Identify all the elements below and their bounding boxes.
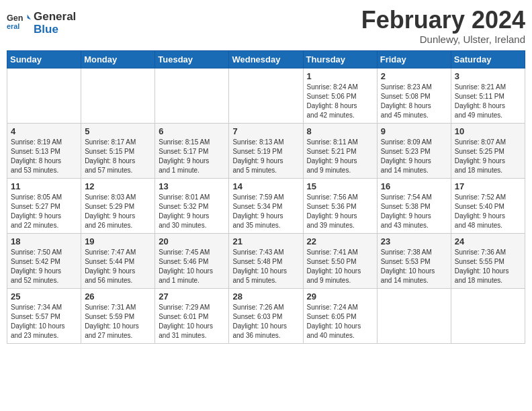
calendar-day-header: Friday	[377, 50, 451, 68]
calendar-day-header: Monday	[81, 50, 155, 68]
logo-line1: General	[34, 11, 76, 24]
calendar-cell: 18Sunrise: 7:50 AM Sunset: 5:42 PM Dayli…	[7, 233, 81, 288]
calendar-week-row: 1Sunrise: 8:24 AM Sunset: 5:06 PM Daylig…	[7, 68, 525, 123]
day-info: Sunrise: 8:24 AM Sunset: 5:06 PM Dayligh…	[307, 83, 373, 120]
day-info: Sunrise: 8:03 AM Sunset: 5:29 PM Dayligh…	[85, 193, 151, 230]
calendar-week-row: 4Sunrise: 8:19 AM Sunset: 5:13 PM Daylig…	[7, 123, 525, 178]
calendar-cell: 16Sunrise: 7:54 AM Sunset: 5:38 PM Dayli…	[377, 178, 451, 233]
calendar-cell	[155, 68, 229, 123]
calendar-cell: 22Sunrise: 7:41 AM Sunset: 5:50 PM Dayli…	[303, 233, 377, 288]
day-info: Sunrise: 7:56 AM Sunset: 5:36 PM Dayligh…	[307, 193, 373, 230]
day-info: Sunrise: 8:17 AM Sunset: 5:15 PM Dayligh…	[85, 138, 151, 175]
calendar-cell: 29Sunrise: 7:24 AM Sunset: 6:05 PM Dayli…	[303, 288, 377, 343]
day-number: 17	[455, 181, 521, 191]
day-number: 16	[381, 181, 447, 191]
day-info: Sunrise: 7:29 AM Sunset: 6:01 PM Dayligh…	[159, 303, 225, 340]
calendar-day-header: Thursday	[303, 50, 377, 68]
day-info: Sunrise: 7:31 AM Sunset: 5:59 PM Dayligh…	[85, 303, 151, 340]
day-info: Sunrise: 8:15 AM Sunset: 5:17 PM Dayligh…	[159, 138, 225, 175]
day-info: Sunrise: 8:09 AM Sunset: 5:23 PM Dayligh…	[381, 138, 447, 175]
day-info: Sunrise: 7:54 AM Sunset: 5:38 PM Dayligh…	[381, 193, 447, 230]
day-number: 22	[307, 236, 373, 246]
calendar-cell	[377, 288, 451, 343]
svg-text:Gen: Gen	[7, 13, 24, 23]
calendar-cell: 21Sunrise: 7:43 AM Sunset: 5:48 PM Dayli…	[229, 233, 303, 288]
calendar-week-row: 11Sunrise: 8:05 AM Sunset: 5:27 PM Dayli…	[7, 178, 525, 233]
day-info: Sunrise: 7:50 AM Sunset: 5:42 PM Dayligh…	[11, 248, 77, 285]
day-number: 5	[85, 126, 151, 136]
day-number: 27	[159, 291, 225, 302]
day-number: 19	[85, 236, 151, 246]
calendar-cell	[81, 68, 155, 123]
calendar-cell: 17Sunrise: 7:52 AM Sunset: 5:40 PM Dayli…	[451, 178, 525, 233]
page-title: February 2024	[361, 7, 525, 34]
day-number: 12	[85, 181, 151, 191]
day-info: Sunrise: 7:47 AM Sunset: 5:44 PM Dayligh…	[85, 248, 151, 285]
day-info: Sunrise: 8:23 AM Sunset: 5:08 PM Dayligh…	[381, 83, 447, 120]
calendar-cell: 11Sunrise: 8:05 AM Sunset: 5:27 PM Dayli…	[7, 178, 81, 233]
calendar-cell: 27Sunrise: 7:29 AM Sunset: 6:01 PM Dayli…	[155, 288, 229, 343]
day-number: 25	[11, 291, 77, 302]
logo-line2: Blue	[34, 24, 76, 36]
day-info: Sunrise: 7:45 AM Sunset: 5:46 PM Dayligh…	[159, 248, 225, 285]
day-number: 24	[455, 236, 521, 246]
calendar-cell: 15Sunrise: 7:56 AM Sunset: 5:36 PM Dayli…	[303, 178, 377, 233]
day-info: Sunrise: 7:52 AM Sunset: 5:40 PM Dayligh…	[455, 193, 521, 230]
day-number: 26	[85, 291, 151, 302]
calendar-cell: 24Sunrise: 7:36 AM Sunset: 5:55 PM Dayli…	[451, 233, 525, 288]
calendar-cell: 6Sunrise: 8:15 AM Sunset: 5:17 PM Daylig…	[155, 123, 229, 178]
logo-icon: Gen eral	[7, 11, 31, 36]
calendar-header-row: SundayMondayTuesdayWednesdayThursdayFrid…	[7, 50, 525, 68]
calendar-day-header: Tuesday	[155, 50, 229, 68]
header: Gen eral General Blue February 2024 Dunl…	[7, 7, 525, 45]
day-number: 10	[455, 126, 521, 136]
calendar-week-row: 25Sunrise: 7:34 AM Sunset: 5:57 PM Dayli…	[7, 288, 525, 343]
day-number: 14	[232, 181, 299, 191]
calendar-cell: 12Sunrise: 8:03 AM Sunset: 5:29 PM Dayli…	[81, 178, 155, 233]
day-info: Sunrise: 8:19 AM Sunset: 5:13 PM Dayligh…	[11, 138, 77, 175]
page-subtitle: Dunlewy, Ulster, Ireland	[361, 34, 525, 45]
day-info: Sunrise: 8:05 AM Sunset: 5:27 PM Dayligh…	[11, 193, 77, 230]
calendar-cell: 20Sunrise: 7:45 AM Sunset: 5:46 PM Dayli…	[155, 233, 229, 288]
day-number: 7	[232, 126, 299, 136]
calendar-cell: 28Sunrise: 7:26 AM Sunset: 6:03 PM Dayli…	[229, 288, 303, 343]
day-info: Sunrise: 7:59 AM Sunset: 5:34 PM Dayligh…	[232, 193, 299, 230]
calendar-cell: 19Sunrise: 7:47 AM Sunset: 5:44 PM Dayli…	[81, 233, 155, 288]
day-number: 23	[381, 236, 447, 246]
day-number: 20	[159, 236, 225, 246]
day-info: Sunrise: 7:26 AM Sunset: 6:03 PM Dayligh…	[232, 303, 299, 340]
day-number: 1	[307, 71, 373, 81]
calendar-cell	[451, 288, 525, 343]
day-info: Sunrise: 7:36 AM Sunset: 5:55 PM Dayligh…	[455, 248, 521, 285]
calendar-cell: 4Sunrise: 8:19 AM Sunset: 5:13 PM Daylig…	[7, 123, 81, 178]
calendar-cell	[7, 68, 81, 123]
calendar-cell: 10Sunrise: 8:07 AM Sunset: 5:25 PM Dayli…	[451, 123, 525, 178]
calendar-cell: 25Sunrise: 7:34 AM Sunset: 5:57 PM Dayli…	[7, 288, 81, 343]
day-number: 29	[307, 291, 373, 302]
day-number: 4	[11, 126, 77, 136]
calendar-cell: 23Sunrise: 7:38 AM Sunset: 5:53 PM Dayli…	[377, 233, 451, 288]
svg-marker-2	[28, 14, 31, 19]
calendar-day-header: Saturday	[451, 50, 525, 68]
svg-text:eral: eral	[7, 22, 19, 30]
day-number: 9	[381, 126, 447, 136]
day-info: Sunrise: 8:13 AM Sunset: 5:19 PM Dayligh…	[232, 138, 299, 175]
day-info: Sunrise: 7:34 AM Sunset: 5:57 PM Dayligh…	[11, 303, 77, 340]
day-number: 21	[232, 236, 299, 246]
day-info: Sunrise: 7:24 AM Sunset: 6:05 PM Dayligh…	[307, 303, 373, 340]
day-info: Sunrise: 7:41 AM Sunset: 5:50 PM Dayligh…	[307, 248, 373, 285]
calendar-day-header: Wednesday	[229, 50, 303, 68]
day-number: 6	[159, 126, 225, 136]
calendar-week-row: 18Sunrise: 7:50 AM Sunset: 5:42 PM Dayli…	[7, 233, 525, 288]
calendar-cell: 13Sunrise: 8:01 AM Sunset: 5:32 PM Dayli…	[155, 178, 229, 233]
title-area: February 2024 Dunlewy, Ulster, Ireland	[361, 7, 525, 45]
calendar-day-header: Sunday	[7, 50, 81, 68]
calendar-cell: 14Sunrise: 7:59 AM Sunset: 5:34 PM Dayli…	[229, 178, 303, 233]
calendar-cell: 9Sunrise: 8:09 AM Sunset: 5:23 PM Daylig…	[377, 123, 451, 178]
day-number: 28	[232, 291, 299, 302]
calendar-cell: 7Sunrise: 8:13 AM Sunset: 5:19 PM Daylig…	[229, 123, 303, 178]
day-info: Sunrise: 8:07 AM Sunset: 5:25 PM Dayligh…	[455, 138, 521, 175]
calendar-cell: 5Sunrise: 8:17 AM Sunset: 5:15 PM Daylig…	[81, 123, 155, 178]
day-number: 15	[307, 181, 373, 191]
calendar-cell: 8Sunrise: 8:11 AM Sunset: 5:21 PM Daylig…	[303, 123, 377, 178]
